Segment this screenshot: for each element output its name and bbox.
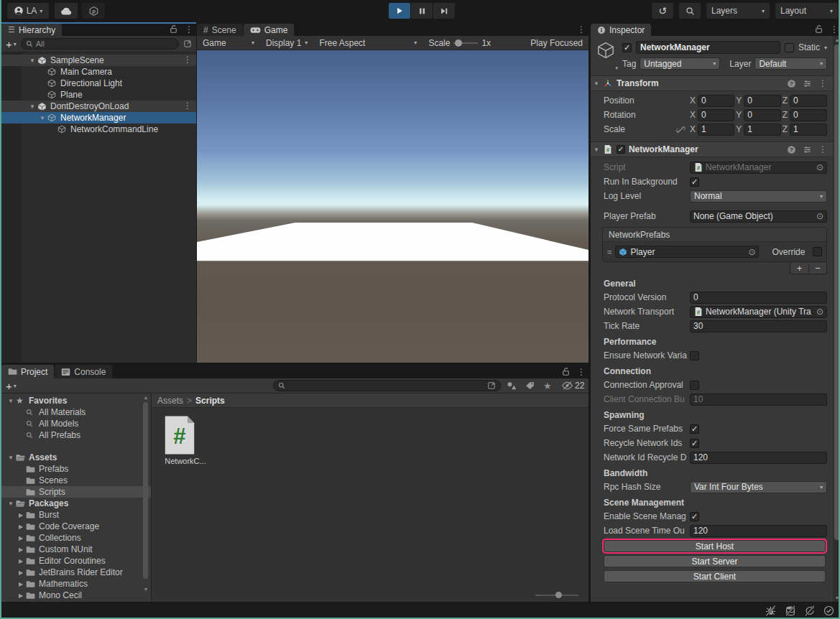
script-object-field[interactable]: #NetworkManager⊙ bbox=[690, 162, 827, 174]
start-host-button[interactable]: Start Host bbox=[604, 540, 826, 552]
networkmanager-component-header[interactable]: ▼ # ✓ NetworkManager ? ⋮ bbox=[591, 141, 833, 157]
global-search-button[interactable] bbox=[679, 3, 701, 19]
foldout-arrow-icon[interactable]: ▼ bbox=[8, 398, 14, 404]
create-asset-button[interactable]: +▾ bbox=[1, 380, 19, 392]
foldout-arrow-icon[interactable]: ▼ bbox=[29, 103, 35, 110]
rpc-hash-size-dropdown[interactable]: Var Int Four Bytes▾ bbox=[690, 481, 827, 493]
remove-prefab-button[interactable]: − bbox=[808, 264, 826, 274]
hidden-count-toggle[interactable]: 22 bbox=[561, 381, 584, 391]
scale-x-field[interactable]: 1 bbox=[698, 124, 734, 136]
hierarchy-item-directional-light[interactable]: Directional Light bbox=[1, 78, 196, 89]
ensure-network-varia-checkbox[interactable] bbox=[690, 351, 699, 360]
project-tree-item-burst[interactable]: ▶Burst bbox=[1, 509, 151, 521]
player-prefab-object-field[interactable]: None (Game Object)⊙ bbox=[690, 210, 827, 223]
scale-slider-thumb[interactable] bbox=[455, 39, 462, 47]
project-tree-item-all-prefabs[interactable]: All Prefabs bbox=[1, 429, 151, 441]
kebab-menu-icon[interactable]: ⋮ bbox=[185, 25, 193, 34]
project-tree-item-favorites[interactable]: ▼★Favorites bbox=[1, 395, 151, 406]
scroll-down-icon[interactable]: ▼ bbox=[142, 587, 150, 592]
project-tree-item-mono-cecil[interactable]: ▶Mono Cecil bbox=[1, 590, 151, 601]
asset-item[interactable]: # NetworkC... bbox=[162, 415, 209, 465]
zoom-slider-thumb[interactable] bbox=[555, 592, 562, 598]
project-tree-item-collections[interactable]: ▶Collections bbox=[1, 532, 151, 544]
static-checkbox[interactable] bbox=[785, 43, 794, 52]
debugger-disabled-icon[interactable] bbox=[765, 605, 777, 616]
inspector-scrollbar[interactable]: ▲ ▼ bbox=[833, 36, 840, 602]
hierarchy-item-plane[interactable]: Plane bbox=[1, 89, 196, 101]
layers-dropdown[interactable]: Layers▾ bbox=[706, 3, 770, 19]
project-tree-item-code-coverage[interactable]: ▶Code Coverage bbox=[1, 521, 151, 532]
force-same-prefabs-checkbox[interactable]: ✓ bbox=[690, 424, 699, 434]
hierarchy-item-main-camera[interactable]: Main Camera bbox=[1, 66, 196, 78]
breadcrumb-current[interactable]: Scripts bbox=[195, 396, 225, 406]
component-enabled-checkbox[interactable]: ✓ bbox=[617, 145, 625, 154]
account-menu[interactable]: LA ▾ bbox=[7, 3, 49, 19]
foldout-arrow-icon[interactable]: ▶ bbox=[19, 569, 23, 576]
object-picker-icon[interactable]: ⊙ bbox=[748, 247, 755, 257]
play-focused-dropdown[interactable]: Play Focused bbox=[525, 36, 589, 50]
project-tree-item-all-models[interactable]: All Models bbox=[1, 418, 151, 429]
lock-open-icon[interactable] bbox=[562, 367, 570, 376]
display-number-dropdown[interactable]: Display 1▾ bbox=[260, 36, 313, 50]
rotation-y-field[interactable]: 0 bbox=[744, 109, 780, 121]
display-target-dropdown[interactable]: Game▾ bbox=[197, 36, 260, 50]
auto-refresh-disabled-icon[interactable] bbox=[804, 605, 816, 616]
tab-project[interactable]: Project bbox=[1, 365, 54, 378]
rotation-z-field[interactable]: 0 bbox=[790, 109, 827, 121]
filter-type-icon[interactable] bbox=[507, 381, 517, 390]
scale-z-field[interactable]: 1 bbox=[790, 124, 827, 136]
project-tree-item-custom-nunit[interactable]: ▶Custom NUnit bbox=[1, 544, 151, 555]
add-prefab-button[interactable]: + bbox=[790, 264, 808, 274]
scrollbar-thumb[interactable] bbox=[834, 45, 840, 540]
play-button[interactable] bbox=[389, 3, 410, 19]
step-button[interactable] bbox=[433, 3, 455, 19]
project-tree-item-prefabs[interactable]: Prefabs bbox=[1, 463, 151, 475]
help-icon[interactable]: ? bbox=[787, 79, 796, 88]
foldout-arrow-icon[interactable]: ▼ bbox=[8, 455, 14, 461]
hierarchy-search-input[interactable]: All bbox=[21, 38, 179, 50]
kebab-menu-icon[interactable]: ⋮ bbox=[183, 55, 192, 64]
help-icon[interactable]: ? bbox=[787, 145, 796, 154]
kebab-menu-icon[interactable]: ⋮ bbox=[577, 368, 586, 376]
foldout-arrow-icon[interactable]: ▶ bbox=[19, 592, 23, 599]
foldout-arrow-icon[interactable]: ▼ bbox=[29, 57, 35, 64]
tab-hierarchy[interactable]: ☰ Hierarchy bbox=[1, 24, 62, 36]
position-z-field[interactable]: 0 bbox=[790, 95, 827, 107]
kebab-menu-icon[interactable]: ⋮ bbox=[183, 101, 192, 110]
run-in-background-checkbox[interactable]: ✓ bbox=[690, 177, 699, 187]
gameobject-icon[interactable]: ▾ bbox=[596, 41, 619, 70]
project-tree-item-mathematics[interactable]: ▶Mathematics bbox=[1, 578, 151, 590]
tab-console[interactable]: Console bbox=[55, 365, 112, 378]
foldout-arrow-icon[interactable]: ▼ bbox=[40, 115, 45, 121]
object-picker-icon[interactable]: ⊙ bbox=[816, 162, 823, 172]
tab-game[interactable]: Game bbox=[244, 24, 295, 36]
plastic-scm-button[interactable]: p bbox=[82, 3, 105, 19]
aspect-ratio-dropdown[interactable]: Free Aspect▾ bbox=[313, 36, 423, 50]
override-checkbox[interactable] bbox=[813, 247, 822, 256]
ok-check-icon[interactable] bbox=[823, 605, 834, 616]
project-tree-item-scenes[interactable]: Scenes bbox=[1, 475, 151, 486]
scale-y-field[interactable]: 1 bbox=[744, 124, 780, 136]
scroll-down-icon[interactable]: ▼ bbox=[833, 595, 840, 600]
start-server-button[interactable]: Start Server bbox=[604, 555, 826, 567]
start-client-button[interactable]: Start Client bbox=[604, 570, 826, 582]
log-level-dropdown[interactable]: Normal▾ bbox=[690, 190, 827, 203]
undo-history-button[interactable]: ↺ bbox=[652, 3, 673, 19]
breadcrumb-root[interactable]: Assets bbox=[157, 396, 183, 406]
create-object-button[interactable]: +▾ bbox=[1, 38, 19, 50]
rotation-x-field[interactable]: 0 bbox=[698, 109, 734, 121]
link-broken-icon[interactable] bbox=[676, 125, 686, 134]
cloud-services-button[interactable] bbox=[55, 3, 78, 19]
foldout-arrow-icon[interactable]: ▶ bbox=[19, 558, 23, 564]
kebab-menu-icon[interactable]: ⋮ bbox=[577, 25, 586, 34]
connection-approval-checkbox[interactable] bbox=[690, 381, 699, 390]
foldout-arrow-icon[interactable]: ▼ bbox=[594, 80, 599, 87]
favorites-star-icon[interactable]: ★ bbox=[543, 381, 552, 391]
project-tree-item-scripts[interactable]: Scripts bbox=[1, 486, 151, 498]
project-tree-item-jetbrains-rider-editor[interactable]: ▶JetBrains Rider Editor bbox=[1, 567, 151, 578]
scrollbar-thumb[interactable] bbox=[143, 402, 148, 579]
scroll-up-icon[interactable]: ▲ bbox=[833, 37, 840, 42]
drag-handle-icon[interactable]: = bbox=[607, 248, 611, 256]
hierarchy-item-samplescene[interactable]: ▼SampleScene⋮ bbox=[1, 55, 196, 66]
transform-component-header[interactable]: ▼ Transform ? ⋮ bbox=[591, 75, 833, 91]
